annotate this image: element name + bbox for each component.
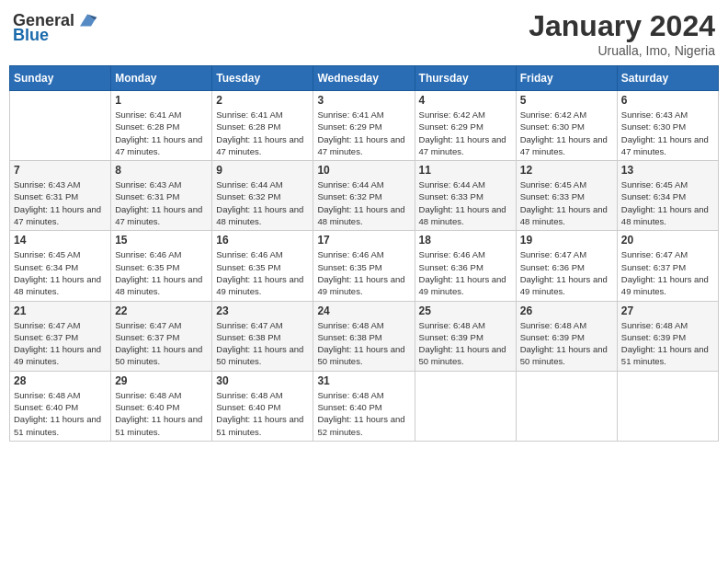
day-number: 31 [317,374,410,387]
day-info: Sunrise: 6:45 AMSunset: 6:34 PMDaylight:… [14,248,107,297]
day-number: 20 [621,234,714,247]
day-number: 18 [419,234,512,247]
day-number: 19 [520,234,613,247]
calendar-week-row: 7Sunrise: 6:43 AMSunset: 6:31 PMDaylight… [10,161,719,231]
calendar-cell [415,371,516,441]
calendar-cell: 5Sunrise: 6:42 AMSunset: 6:30 PMDaylight… [516,91,617,161]
calendar-cell: 2Sunrise: 6:41 AMSunset: 6:28 PMDaylight… [212,91,313,161]
day-number: 6 [621,94,714,107]
calendar-cell: 1Sunrise: 6:41 AMSunset: 6:28 PMDaylight… [111,91,212,161]
weekday-header-sunday: Sunday [10,66,111,91]
logo-blue: Blue [13,26,49,45]
day-info: Sunrise: 6:48 AMSunset: 6:40 PMDaylight:… [216,389,309,438]
day-info: Sunrise: 6:47 AMSunset: 6:38 PMDaylight:… [216,319,309,368]
calendar-cell: 22Sunrise: 6:47 AMSunset: 6:37 PMDayligh… [111,301,212,371]
day-info: Sunrise: 6:43 AMSunset: 6:31 PMDaylight:… [14,178,107,227]
calendar-week-row: 28Sunrise: 6:48 AMSunset: 6:40 PMDayligh… [10,371,719,441]
calendar-cell [10,91,111,161]
calendar-cell: 6Sunrise: 6:43 AMSunset: 6:30 PMDaylight… [617,91,718,161]
day-info: Sunrise: 6:44 AMSunset: 6:32 PMDaylight:… [216,178,309,227]
day-info: Sunrise: 6:46 AMSunset: 6:35 PMDaylight:… [317,248,410,297]
day-info: Sunrise: 6:45 AMSunset: 6:34 PMDaylight:… [621,178,714,227]
day-info: Sunrise: 6:41 AMSunset: 6:29 PMDaylight:… [317,109,410,157]
calendar-cell: 8Sunrise: 6:43 AMSunset: 6:31 PMDaylight… [111,161,212,231]
calendar-cell: 27Sunrise: 6:48 AMSunset: 6:39 PMDayligh… [617,301,718,371]
day-number: 23 [216,304,309,317]
calendar-cell: 19Sunrise: 6:47 AMSunset: 6:36 PMDayligh… [516,231,617,301]
day-number: 12 [520,164,613,177]
title-section: January 2024 Urualla, Imo, Nigeria [529,9,715,58]
day-info: Sunrise: 6:44 AMSunset: 6:33 PMDaylight:… [419,178,512,227]
day-number: 24 [317,304,410,317]
logo-icon [76,9,98,31]
day-number: 11 [419,164,512,177]
calendar-cell: 18Sunrise: 6:46 AMSunset: 6:36 PMDayligh… [415,231,516,301]
logo: General Blue [13,9,98,45]
day-number: 2 [216,94,309,107]
day-number: 3 [317,94,410,107]
day-number: 30 [216,374,309,387]
calendar-cell: 24Sunrise: 6:48 AMSunset: 6:38 PMDayligh… [313,301,415,371]
day-info: Sunrise: 6:48 AMSunset: 6:38 PMDaylight:… [317,319,410,368]
location-title: Urualla, Imo, Nigeria [529,43,715,58]
weekday-header-monday: Monday [111,66,212,91]
calendar-cell [516,371,617,441]
day-info: Sunrise: 6:48 AMSunset: 6:40 PMDaylight:… [115,389,208,438]
calendar-week-row: 14Sunrise: 6:45 AMSunset: 6:34 PMDayligh… [10,231,719,301]
calendar-week-row: 21Sunrise: 6:47 AMSunset: 6:37 PMDayligh… [10,301,719,371]
day-info: Sunrise: 6:47 AMSunset: 6:37 PMDaylight:… [621,248,714,297]
day-number: 25 [419,304,512,317]
calendar-header-row: SundayMondayTuesdayWednesdayThursdayFrid… [10,66,719,91]
calendar-cell: 9Sunrise: 6:44 AMSunset: 6:32 PMDaylight… [212,161,313,231]
weekday-header-saturday: Saturday [617,66,718,91]
calendar-cell: 21Sunrise: 6:47 AMSunset: 6:37 PMDayligh… [10,301,111,371]
day-number: 7 [14,164,107,177]
calendar-cell: 12Sunrise: 6:45 AMSunset: 6:33 PMDayligh… [516,161,617,231]
day-number: 8 [115,164,208,177]
day-info: Sunrise: 6:42 AMSunset: 6:30 PMDaylight:… [520,109,613,157]
calendar-cell [617,371,718,441]
day-info: Sunrise: 6:41 AMSunset: 6:28 PMDaylight:… [115,109,208,157]
calendar-cell: 3Sunrise: 6:41 AMSunset: 6:29 PMDaylight… [313,91,415,161]
day-number: 21 [14,304,107,317]
day-info: Sunrise: 6:43 AMSunset: 6:31 PMDaylight:… [115,178,208,227]
day-number: 17 [317,234,410,247]
calendar-cell: 17Sunrise: 6:46 AMSunset: 6:35 PMDayligh… [313,231,415,301]
calendar-cell: 4Sunrise: 6:42 AMSunset: 6:29 PMDaylight… [415,91,516,161]
calendar-cell: 25Sunrise: 6:48 AMSunset: 6:39 PMDayligh… [415,301,516,371]
calendar-cell: 20Sunrise: 6:47 AMSunset: 6:37 PMDayligh… [617,231,718,301]
page-header: General Blue January 2024 Urualla, Imo, … [9,9,719,58]
weekday-header-wednesday: Wednesday [313,66,415,91]
day-info: Sunrise: 6:46 AMSunset: 6:36 PMDaylight:… [419,248,512,297]
day-number: 15 [115,234,208,247]
day-info: Sunrise: 6:47 AMSunset: 6:36 PMDaylight:… [520,248,613,297]
calendar-cell: 13Sunrise: 6:45 AMSunset: 6:34 PMDayligh… [617,161,718,231]
day-number: 27 [621,304,714,317]
day-info: Sunrise: 6:48 AMSunset: 6:40 PMDaylight:… [317,389,410,438]
day-info: Sunrise: 6:42 AMSunset: 6:29 PMDaylight:… [419,109,512,157]
day-number: 14 [14,234,107,247]
weekday-header-tuesday: Tuesday [212,66,313,91]
day-info: Sunrise: 6:45 AMSunset: 6:33 PMDaylight:… [520,178,613,227]
calendar-cell: 29Sunrise: 6:48 AMSunset: 6:40 PMDayligh… [111,371,212,441]
day-number: 26 [520,304,613,317]
day-number: 1 [115,94,208,107]
calendar-cell: 14Sunrise: 6:45 AMSunset: 6:34 PMDayligh… [10,231,111,301]
day-info: Sunrise: 6:44 AMSunset: 6:32 PMDaylight:… [317,178,410,227]
day-info: Sunrise: 6:41 AMSunset: 6:28 PMDaylight:… [216,109,309,157]
calendar-week-row: 1Sunrise: 6:41 AMSunset: 6:28 PMDaylight… [10,91,719,161]
month-title: January 2024 [529,9,715,43]
day-info: Sunrise: 6:48 AMSunset: 6:39 PMDaylight:… [419,319,512,368]
calendar-cell: 10Sunrise: 6:44 AMSunset: 6:32 PMDayligh… [313,161,415,231]
day-number: 9 [216,164,309,177]
day-number: 10 [317,164,410,177]
day-number: 16 [216,234,309,247]
calendar-cell: 31Sunrise: 6:48 AMSunset: 6:40 PMDayligh… [313,371,415,441]
day-info: Sunrise: 6:46 AMSunset: 6:35 PMDaylight:… [216,248,309,297]
day-number: 4 [419,94,512,107]
weekday-header-friday: Friday [516,66,617,91]
day-number: 13 [621,164,714,177]
day-info: Sunrise: 6:48 AMSunset: 6:39 PMDaylight:… [621,319,714,368]
calendar-cell: 23Sunrise: 6:47 AMSunset: 6:38 PMDayligh… [212,301,313,371]
calendar-cell: 11Sunrise: 6:44 AMSunset: 6:33 PMDayligh… [415,161,516,231]
